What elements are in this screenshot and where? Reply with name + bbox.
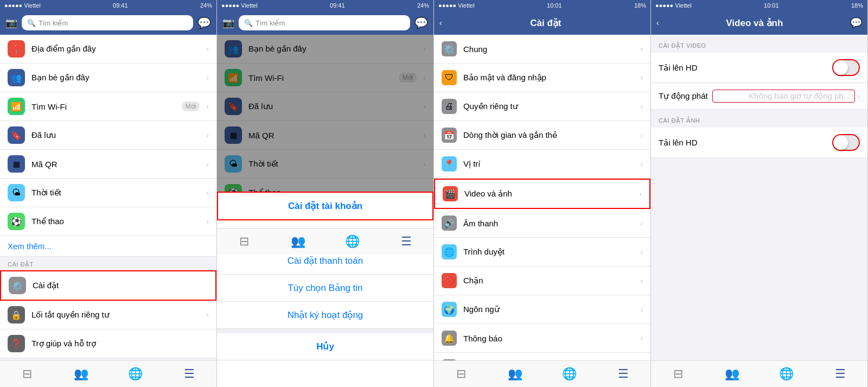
settings-row-security[interactable]: 🛡 Bảo mật và đăng nhập › (434, 64, 650, 92)
notification-icon: 🔔 (442, 331, 457, 346)
status-carrier-4: ●●●●● Viettel (655, 2, 692, 9)
status-bar-1: ●●●●● Viettel 09:41 24% (0, 0, 216, 11)
menu-item-weather[interactable]: 🌤 Thời tiết › (0, 179, 216, 207)
help-icon: ❓ (8, 335, 25, 352)
privacy-icon: 🖨 (442, 99, 457, 114)
tab-home-4[interactable]: ⊟ (651, 361, 705, 387)
search-placeholder: Tìm kiếm (39, 19, 68, 27)
friends-icon: 👥 (8, 69, 25, 86)
browser-icon: 🌐 (442, 244, 457, 259)
video-section-title: CÀI ĐẶT VIDEO (651, 35, 867, 53)
settings-icon-1: ⚙️ (9, 277, 26, 294)
settings-row-block[interactable]: 🚫 Chặn › (434, 267, 650, 295)
tab-bar-1: ⊟ 👥 🌐 ☰ (0, 360, 216, 387)
action-activity-log[interactable]: Nhật ký hoạt động (217, 302, 433, 329)
camera-icon-2[interactable]: 📷 (222, 17, 234, 29)
panel-3: ●●●●● Viettel 10:01 18% ‹ Cài đặt ⚙️ Chu… (434, 0, 651, 387)
nav-title-3: Cài đặt (446, 17, 645, 29)
tab-bar-4: ⊟ 👥 🌐 ☰ (651, 360, 867, 387)
menu-item-caidat[interactable]: ⚙️ Cài đặt (0, 270, 216, 301)
nav-bar-3: ‹ Cài đặt (434, 11, 650, 35)
tab-globe-3[interactable]: 🌐 (542, 361, 597, 387)
location-icon-3: 📍 (442, 156, 457, 172)
action-news-options[interactable]: Tùy chọn Bảng tin (217, 275, 433, 302)
search-placeholder-2: Tìm kiếm (256, 19, 285, 27)
xem-them-1[interactable]: Xem thêm... (0, 236, 216, 257)
menu-item-saved[interactable]: 🔖 Đã lưu › (0, 121, 216, 150)
settings-row-timeline[interactable]: 📅 Dòng thời gian và gắn thẻ › (434, 121, 650, 150)
status-bar-4: ●●●●● Viettel 10:01 18% (651, 0, 867, 11)
status-carrier-3: ●●●●● Viettel (438, 2, 475, 9)
status-time-3: 10:01 (547, 2, 562, 9)
tab-menu-4[interactable]: ☰ (813, 361, 867, 387)
tab-home-1[interactable]: ⊟ (0, 361, 54, 387)
status-battery-3: 18% (634, 2, 646, 9)
back-button-4[interactable]: ‹ (656, 18, 659, 27)
language-icon: 🌍 (442, 302, 457, 317)
messenger-icon-4[interactable]: 💬 (850, 17, 862, 29)
status-time-1: 09:41 (113, 2, 128, 9)
toggle-photo-hd[interactable] (832, 134, 860, 151)
status-battery-2: 24% (417, 2, 429, 9)
back-button-3[interactable]: ‹ (439, 18, 442, 27)
toggle-row-photo-hd: Tải lên HD (651, 128, 867, 158)
location-icon: 📍 (8, 40, 25, 58)
settings-row-sms[interactable]: 💬 Tin nhắn văn bản › (434, 353, 650, 360)
nav-bar-2: 📷 🔍 Tìm kiếm 💬 (217, 11, 433, 35)
security-icon: 🛡 (442, 70, 457, 85)
tab-menu-1[interactable]: ☰ (162, 361, 216, 387)
status-time-2: 09:41 (330, 2, 345, 9)
tab-friends-3[interactable]: 👥 (488, 361, 542, 387)
settings-row-location[interactable]: 📍 Vị trí › (434, 150, 650, 179)
settings-content-3: ⚙️ Chung › 🛡 Bảo mật và đăng nhập › 🖨 Qu… (434, 35, 650, 360)
video-icon: 🎬 (443, 186, 458, 201)
tab-friends-4[interactable]: 👥 (705, 361, 760, 387)
tab-menu-2[interactable]: ☰ (379, 229, 433, 255)
panel-1: ●●●●● Viettel 09:41 24% 📷 🔍 Tìm kiếm 💬 📍… (0, 0, 217, 387)
toggle-row-video-hd: Tải lên HD (651, 53, 867, 83)
menu-item-location[interactable]: 📍 Địa điểm gần đây › (0, 35, 216, 64)
search-bar-2[interactable]: 🔍 Tìm kiếm (239, 15, 410, 30)
settings-row-sound[interactable]: 🔊 Âm thanh › (434, 209, 650, 238)
tab-globe-4[interactable]: 🌐 (760, 361, 814, 387)
camera-icon[interactable]: 📷 (5, 17, 17, 29)
tab-home-3[interactable]: ⊟ (434, 361, 488, 387)
menu-item-wifi[interactable]: 📶 Tìm Wi-Fi Mới › (0, 92, 216, 121)
action-account-settings[interactable]: Cài đặt tài khoản (217, 192, 433, 220)
section-cai-dat-1: CÀI ĐẶT (0, 257, 216, 270)
settings-row-privacy[interactable]: 🖨 Quyền riêng tư › (434, 92, 650, 121)
qr-icon: ▦ (8, 155, 25, 173)
settings-row-general[interactable]: ⚙️ Chung › (434, 35, 650, 64)
search-bar-1[interactable]: 🔍 Tìm kiếm (22, 15, 193, 30)
tab-menu-3[interactable]: ☰ (596, 361, 650, 387)
messenger-icon-2[interactable]: 💬 (414, 16, 428, 29)
nav-title-4: Video và ảnh (663, 17, 846, 29)
nav-bar-4: ‹ Video và ảnh 💬 (651, 11, 867, 35)
tab-friends-2[interactable]: 👥 (271, 229, 326, 255)
messenger-icon-1[interactable]: 💬 (197, 16, 211, 29)
tab-globe-1[interactable]: 🌐 (108, 361, 163, 387)
menu-item-qr[interactable]: ▦ Mã QR › (0, 150, 216, 179)
settings-row-browser[interactable]: 🌐 Trình duyệt › (434, 238, 650, 267)
tab-friends-1[interactable]: 👥 (54, 361, 108, 387)
tab-globe-2[interactable]: 🌐 (326, 229, 380, 255)
lock-icon: 🔒 (8, 306, 25, 323)
menu-item-sports[interactable]: ⚽ Thể thao › (0, 207, 216, 236)
status-battery-1: 24% (200, 2, 212, 9)
settings-row-language[interactable]: 🌍 Ngôn ngữ › (434, 295, 650, 324)
settings-row-notifications[interactable]: 🔔 Thông báo › (434, 324, 650, 353)
menu-item-friends-nearby[interactable]: 👥 Bạn bè gần đây › (0, 64, 216, 92)
action-sheet: Cài đặt tài khoản Cài đặt trò chuyện Cài… (217, 192, 433, 360)
menu-item-help[interactable]: ❓ Trợ giúp và hỗ trợ (0, 329, 216, 358)
menu-item-privacy-shortcut[interactable]: 🔒 Lối tắt quyền riêng tư › (0, 301, 216, 329)
panel-4: ●●●●● Viettel 10:01 18% ‹ Video và ảnh 💬… (651, 0, 868, 387)
panel-2: ●●●●● Viettel 09:41 24% 📷 🔍 Tìm kiếm 💬 👥… (217, 0, 434, 387)
weather-icon: 🌤 (8, 184, 25, 201)
settings-row-video[interactable]: 🎬 Video và ảnh › (434, 179, 650, 209)
status-bar-2: ●●●●● Viettel 09:41 24% (217, 0, 433, 11)
tab-home-2[interactable]: ⊟ (217, 229, 271, 255)
action-cancel[interactable]: Hủy (217, 333, 433, 360)
autoplay-row[interactable]: Tự động phát Không bao giờ tự động ph...… (651, 83, 867, 110)
toggle-video-hd[interactable] (832, 59, 860, 76)
nav-bar-1: 📷 🔍 Tìm kiếm 💬 (0, 11, 216, 35)
